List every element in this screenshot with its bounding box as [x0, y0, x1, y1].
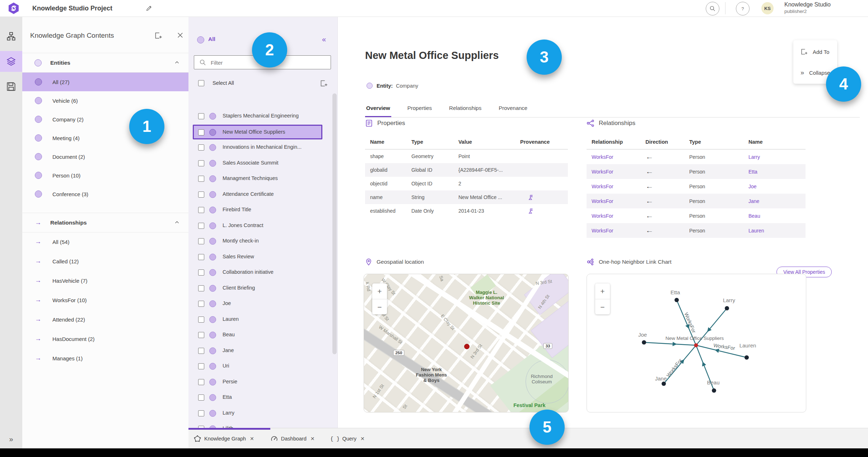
provenance-flag-icon[interactable]: [528, 194, 534, 200]
list-item[interactable]: Staplers Mechanical Engineering: [188, 109, 337, 124]
close-tab-icon[interactable]: ✕: [360, 436, 365, 442]
sidebar-relationship-item[interactable]: →HasDocument (2): [22, 329, 188, 348]
sidebar-relationship-item[interactable]: →WorksFor (10): [22, 290, 188, 310]
item-checkbox[interactable]: [198, 285, 204, 291]
list-item[interactable]: Collaboration initiative: [188, 265, 337, 281]
filter-group-label[interactable]: All: [208, 36, 215, 42]
add-to-menu-item[interactable]: Add To: [793, 45, 837, 59]
graph-node[interactable]: [725, 306, 729, 310]
list-scrollbar[interactable]: [332, 93, 337, 354]
zoom-in-button[interactable]: +: [595, 283, 610, 299]
bottom-tab-dashboard[interactable]: Dashboard✕: [271, 435, 315, 442]
relationship-type-link[interactable]: WorksFor: [587, 213, 645, 219]
related-entity-link[interactable]: Joe: [748, 184, 806, 189]
help-button[interactable]: ?: [736, 2, 750, 15]
related-entity-link[interactable]: Jane: [748, 198, 806, 204]
related-entity-link[interactable]: Larry: [748, 154, 806, 160]
item-checkbox[interactable]: [198, 410, 204, 416]
schema-tool-button[interactable]: [0, 26, 22, 47]
edit-title-icon[interactable]: [146, 5, 152, 11]
graph-node[interactable]: [712, 388, 716, 393]
sidebar-entity-item[interactable]: Document (2): [22, 147, 188, 166]
list-item[interactable]: Montly check-in: [188, 234, 337, 249]
graph-node[interactable]: [675, 298, 679, 302]
list-item[interactable]: Lauren: [188, 312, 337, 328]
item-checkbox[interactable]: [198, 176, 204, 182]
list-item[interactable]: Larry: [188, 406, 337, 421]
list-item[interactable]: L. Jones Contract: [188, 218, 337, 234]
sidebar-entity-item[interactable]: Person (10): [22, 166, 188, 185]
related-entity-link[interactable]: Lauren: [748, 228, 806, 234]
graph-node[interactable]: [662, 382, 666, 386]
list-item[interactable]: Uri: [188, 359, 337, 374]
item-checkbox[interactable]: [198, 160, 204, 166]
item-checkbox[interactable]: [198, 191, 204, 198]
sidebar-relationship-item[interactable]: →Called (12): [22, 251, 188, 271]
related-entity-link[interactable]: Beau: [748, 213, 806, 219]
graph-node[interactable]: [745, 355, 749, 360]
center-node[interactable]: [694, 343, 698, 347]
sidebar-relationship-item[interactable]: →Manages (1): [22, 348, 188, 368]
sidebar-entity-item[interactable]: All (27): [22, 73, 188, 91]
list-item[interactable]: Jane: [188, 343, 337, 359]
chevron-up-icon[interactable]: [174, 60, 180, 65]
expand-rail-icon[interactable]: »: [0, 435, 22, 443]
sidebar-relationship-item[interactable]: →All (54): [22, 232, 188, 251]
sidebar-entity-item[interactable]: Conference (3): [22, 185, 188, 203]
relationship-type-link[interactable]: WorksFor: [587, 228, 645, 234]
tab-overview[interactable]: Overview: [365, 105, 391, 117]
zoom-out-button[interactable]: −: [595, 299, 610, 315]
item-checkbox[interactable]: [198, 144, 204, 151]
item-checkbox[interactable]: [198, 332, 204, 338]
tab-properties[interactable]: Properties: [406, 105, 433, 117]
list-item[interactable]: Attendance Certificate: [188, 187, 337, 203]
add-to-selection-icon[interactable]: [320, 79, 328, 87]
save-tool-button[interactable]: [0, 76, 22, 97]
item-checkbox[interactable]: [198, 223, 204, 229]
relationship-type-link[interactable]: WorksFor: [587, 169, 645, 175]
search-button[interactable]: [706, 2, 719, 15]
relationship-type-link[interactable]: WorksFor: [587, 198, 645, 204]
item-checkbox[interactable]: [198, 301, 204, 307]
bottom-tab-knowledge-graph[interactable]: Knowledge Graph✕: [194, 435, 254, 442]
provenance-flag-icon[interactable]: [528, 208, 534, 214]
list-item[interactable]: Joe: [188, 296, 337, 312]
zoom-in-button[interactable]: +: [372, 283, 387, 299]
tab-relationships[interactable]: Relationships: [448, 105, 482, 117]
relationship-type-link[interactable]: WorksFor: [587, 154, 645, 160]
sidebar-relationship-item[interactable]: →Attended (22): [22, 310, 188, 329]
list-item[interactable]: Innovations in Mechanical Engin...: [188, 140, 337, 156]
close-panel-icon[interactable]: [177, 32, 184, 39]
list-item[interactable]: Sales Review: [188, 249, 337, 265]
zoom-out-button[interactable]: −: [372, 299, 387, 315]
link-chart[interactable]: WorksForWorksForWorksForEttaLarryJoeLaur…: [587, 274, 806, 412]
item-checkbox[interactable]: [198, 317, 204, 323]
list-item[interactable]: Firebird Title: [188, 202, 337, 218]
close-tab-icon[interactable]: ✕: [311, 436, 315, 442]
item-checkbox[interactable]: [198, 394, 204, 401]
list-item[interactable]: New Metal Office Suppliers: [193, 125, 322, 140]
item-checkbox[interactable]: [198, 207, 204, 213]
item-checkbox[interactable]: [198, 129, 204, 135]
item-checkbox[interactable]: [198, 363, 204, 369]
user-avatar[interactable]: KS: [761, 2, 774, 14]
close-tab-icon[interactable]: ✕: [250, 436, 254, 442]
geospatial-map[interactable]: k RdW Clay StSaN 3rd StN 4th Starshall S…: [364, 274, 569, 412]
list-item[interactable]: Sales Associate Summit: [188, 156, 337, 171]
item-checkbox[interactable]: [198, 254, 204, 260]
item-checkbox[interactable]: [198, 379, 204, 385]
relationships-section-header[interactable]: → Relationships: [22, 213, 188, 232]
chevron-up-icon[interactable]: [174, 220, 180, 225]
add-layer-icon[interactable]: [154, 32, 162, 40]
tab-provenance[interactable]: Provenance: [498, 105, 528, 117]
entities-section-header[interactable]: Entities: [22, 53, 188, 73]
select-all-checkbox[interactable]: [198, 80, 204, 86]
relationship-type-link[interactable]: WorksFor: [587, 184, 645, 189]
bottom-tab-query[interactable]: { }Query✕: [331, 435, 364, 442]
related-entity-link[interactable]: Etta: [748, 169, 806, 175]
item-checkbox[interactable]: [198, 238, 204, 244]
graph-node[interactable]: [642, 340, 646, 345]
collapse-panel-icon[interactable]: «: [322, 35, 326, 43]
list-item[interactable]: Managment Techniques: [188, 171, 337, 187]
list-item[interactable]: Persie: [188, 374, 337, 390]
